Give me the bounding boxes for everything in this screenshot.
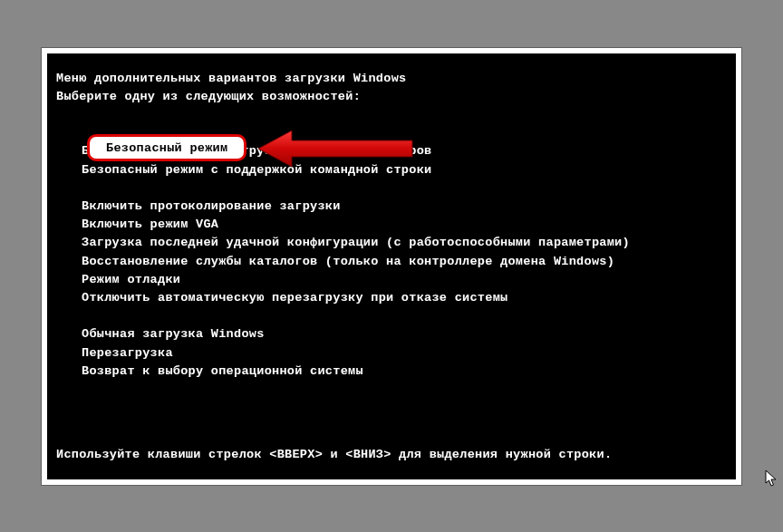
menu-title: Меню дополнительных вариантов загрузки W… xyxy=(56,70,727,88)
menu-group-advanced: Включить протоколирование загрузки Включ… xyxy=(56,198,727,308)
selected-menu-item[interactable]: Безопасный режим xyxy=(106,141,227,155)
arrow-annotation xyxy=(254,129,417,169)
menu-item-reboot[interactable]: Перезагрузка xyxy=(82,344,727,363)
menu-item-normal-boot[interactable]: Обычная загрузка Windows xyxy=(82,325,727,343)
menu-item-os-select[interactable]: Возврат к выбору операционной системы xyxy=(82,363,727,381)
menu-item-vga-mode[interactable]: Включить режим VGA xyxy=(82,216,727,234)
navigation-hint: Используйте клавиши стрелок <ВВЕРХ> и <В… xyxy=(56,446,612,464)
menu-item-last-known-good[interactable]: Загрузка последней удачной конфигурации … xyxy=(82,234,727,252)
highlight-annotation: Безопасный режим xyxy=(87,134,246,161)
menu-item-directory-restore[interactable]: Восстановление службы каталогов (только … xyxy=(82,253,727,271)
arrow-left-icon xyxy=(254,129,417,169)
boot-menu-screen: Меню дополнительных вариантов загрузки W… xyxy=(47,53,736,479)
menu-item-disable-auto-restart[interactable]: Отключить автоматическую перезагрузку пр… xyxy=(82,289,727,307)
menu-group-normal: Обычная загрузка Windows Перезагрузка Во… xyxy=(56,325,727,381)
mouse-cursor-icon xyxy=(765,469,779,492)
screenshot-frame: Меню дополнительных вариантов загрузки W… xyxy=(42,48,741,485)
menu-item-debug-mode[interactable]: Режим отладки xyxy=(82,271,727,289)
menu-prompt: Выберите одну из следующих возможностей: xyxy=(56,88,727,106)
menu-item-boot-logging[interactable]: Включить протоколирование загрузки xyxy=(82,198,727,216)
